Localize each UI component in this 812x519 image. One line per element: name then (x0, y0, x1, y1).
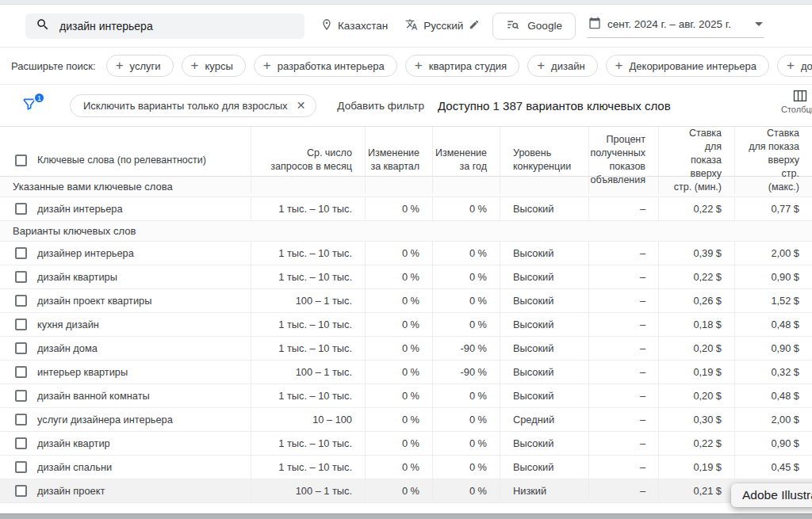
expand-search-chip[interactable]: + домашний декор (777, 55, 812, 77)
row-checkbox[interactable] (15, 485, 27, 497)
keyword-text: дизайн интерьера (37, 203, 123, 215)
keyword-text: дизайн квартир (37, 437, 110, 449)
expand-search-label: Расширьте поиск: (11, 60, 96, 72)
chip-label: Декорирование интерьера (630, 60, 757, 72)
quarter-change-cell: 0 % (365, 361, 432, 384)
bid-max-cell: 0,48 $ (734, 313, 812, 336)
table-body: Указанные вами ключевые слова дизайн инт… (0, 177, 812, 503)
bid-min-cell: 0,19 $ (658, 456, 734, 479)
close-icon[interactable]: ✕ (297, 100, 306, 111)
table-row: дизайн дома 1 тыс. – 10 тыс. 0 % -90 % В… (0, 337, 812, 361)
row-checkbox[interactable] (15, 271, 27, 283)
volume-cell: 1 тыс. – 10 тыс. (251, 456, 365, 479)
language-selector[interactable]: Русский (405, 18, 480, 33)
plus-icon: + (191, 59, 199, 72)
header-competition[interactable]: Уровень конкуренции (500, 127, 588, 193)
expand-search-chip[interactable]: + услуги (106, 55, 174, 77)
keyword-text: дизайн проект квартиры (37, 295, 151, 307)
bid-max-cell: 0,90 $ (734, 265, 812, 288)
header-quarter-change[interactable]: Изменение за квартал (365, 127, 432, 193)
row-checkbox[interactable] (15, 414, 27, 426)
bid-min-cell: 0,20 $ (658, 384, 734, 407)
row-checkbox[interactable] (15, 247, 27, 259)
filter-bar: 1 Исключить варианты только для взрослых… (0, 85, 812, 126)
table-row: дизайн квартиры 1 тыс. – 10 тыс. 0 % 0 %… (0, 265, 812, 289)
topbar: дизайн интерьера Казахстан Русский Googl… (0, 5, 812, 48)
network-selector-button[interactable]: Google (492, 13, 576, 40)
language-label: Русский (423, 20, 463, 32)
header-impression-share[interactable]: Процент полученных показов объявления (588, 127, 658, 193)
section-title: Указанные вами ключевые слова (13, 181, 173, 193)
volume-cell: 1 тыс. – 10 тыс. (251, 313, 365, 336)
quarter-change-cell: 0 % (365, 265, 432, 288)
year-change-cell: 0 % (432, 456, 500, 479)
keyword-cell: дизайн спальни (0, 456, 251, 479)
competition-cell: Высокий (500, 432, 588, 455)
year-change-cell: 0 % (432, 479, 500, 502)
table-row: дизайн проект 100 – 1 тыс. 0 % 0 % Низки… (0, 479, 812, 503)
expand-search-chip[interactable]: + дизайн (527, 55, 597, 77)
bid-max-cell: 0,90 $ (734, 432, 812, 455)
location-selector[interactable]: Казахстан (320, 18, 388, 33)
columns-button[interactable]: Столбцы (781, 90, 812, 114)
header-bid-max[interactable]: Ставка для показа вверху стр. (макс.) (734, 127, 812, 193)
row-checkbox[interactable] (15, 203, 27, 215)
year-change-cell: 0 % (432, 313, 500, 336)
table-section-header: Варианты ключевых слов (0, 221, 812, 242)
keyword-text: дизайн проект (37, 485, 105, 497)
edit-pencil-icon[interactable] (469, 19, 480, 32)
bid-min-cell: 0,19 $ (658, 361, 734, 384)
table-row: дизайнер интерьера 1 тыс. – 10 тыс. 0 % … (0, 242, 812, 265)
search-list-icon (506, 17, 520, 34)
year-change-cell: -90 % (432, 361, 500, 384)
year-change-cell: 0 % (432, 432, 500, 455)
row-checkbox[interactable] (15, 461, 27, 473)
keyword-cell: дизайн квартир (0, 432, 251, 455)
header-volume[interactable]: Ср. число запросов в месяц (251, 127, 365, 193)
bid-min-cell: 0,18 $ (658, 313, 734, 336)
year-change-cell: 0 % (432, 265, 500, 288)
table-row: интерьер квартиры 100 – 1 тыс. 0 % -90 %… (0, 361, 812, 384)
chip-label: квартира студия (429, 60, 507, 72)
row-checkbox[interactable] (15, 319, 27, 330)
expand-search-chip[interactable]: + курсы (182, 55, 246, 77)
quarter-change-cell: 0 % (365, 289, 432, 312)
keywords-table: Ключевые слова (по релевантности) Ср. чи… (0, 126, 812, 503)
bid-min-cell: 0,22 $ (658, 265, 734, 288)
impression-share-cell: – (588, 265, 658, 288)
row-checkbox[interactable] (15, 342, 27, 354)
window-bottom-edge (0, 513, 812, 519)
add-filter-button[interactable]: Добавить фильтр (337, 100, 424, 112)
volume-cell: 10 – 100 (251, 408, 365, 431)
header-bid-min[interactable]: Ставка для показа вверху стр. (мин.) (658, 127, 734, 193)
impression-share-cell: – (588, 456, 658, 479)
filter-funnel-icon[interactable]: 1 (21, 97, 39, 114)
volume-cell: 100 – 1 тыс. (251, 289, 365, 312)
row-checkbox[interactable] (15, 390, 27, 402)
row-checkbox[interactable] (15, 295, 27, 307)
date-range-selector[interactable]: сент. 2024 г. – авг. 2025 г. (587, 13, 764, 38)
volume-cell: 1 тыс. – 10 тыс. (251, 432, 365, 455)
chevron-down-icon (755, 22, 763, 26)
bid-max-cell: 2,00 $ (734, 408, 812, 431)
table-row: дизайн интерьера 1 тыс. – 10 тыс. 0 % 0 … (0, 197, 812, 221)
bid-max-cell: 0,48 $ (734, 384, 812, 407)
bid-max-cell: 0,45 $ (734, 456, 812, 479)
table-row: дизайн спальни 1 тыс. – 10 тыс. 0 % 0 % … (0, 456, 812, 479)
plus-icon: + (787, 59, 795, 72)
competition-cell: Высокий (500, 313, 588, 336)
header-year-change[interactable]: Изменение за год (432, 127, 500, 193)
columns-icon (793, 90, 807, 102)
impression-share-cell: – (588, 384, 658, 407)
keyword-search-input[interactable]: дизайн интерьера (25, 13, 304, 39)
select-all-checkbox[interactable] (15, 155, 27, 166)
expand-search-chip[interactable]: + квартира студия (405, 55, 519, 77)
row-checkbox[interactable] (15, 437, 27, 449)
table-row: кухня дизайн 1 тыс. – 10 тыс. 0 % 0 % Вы… (0, 313, 812, 337)
expand-search-chip[interactable]: + Декорирование интерьера (606, 55, 769, 77)
volume-cell: 1 тыс. – 10 тыс. (251, 242, 365, 265)
row-checkbox[interactable] (15, 366, 27, 378)
columns-label: Столбцы (781, 105, 812, 114)
expand-search-chip[interactable]: + разработка интерьера (254, 55, 397, 77)
active-filter-chip[interactable]: Исключить варианты только для взрослых ✕ (70, 94, 316, 117)
